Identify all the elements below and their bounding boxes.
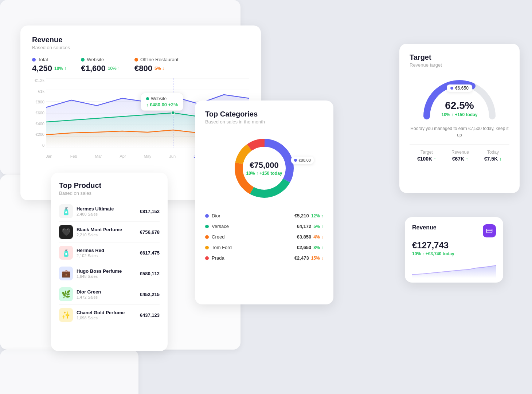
donut-center: €75,000 10% ↑ +150 today <box>246 161 282 176</box>
gauge-label-dot <box>450 87 453 90</box>
product-revenue-4: €452,215 <box>140 292 160 297</box>
versace-badge: 5% ↑ <box>313 224 323 229</box>
categories-subtitle: Based on sales in the month <box>205 119 323 125</box>
product-sales-0: 2,400 Sales <box>77 212 136 216</box>
x-jun: Jun <box>169 154 176 158</box>
offline-dot <box>134 58 138 62</box>
list-item: ✨ Chanel Gold Perfume 1,098 Sales €437,1… <box>59 305 160 325</box>
total-badge: 10% ↑ <box>54 66 66 71</box>
revenue-title: Revenue <box>32 36 249 44</box>
x-apr: Apr <box>120 154 126 158</box>
y-label-400: €400 <box>32 122 46 126</box>
prada-badge: 15% ↓ <box>311 256 323 261</box>
target-stat-label-1: Revenue <box>451 150 469 155</box>
dior-name: Dior <box>212 213 220 218</box>
website-dot <box>81 58 85 62</box>
product-sales-4: 1,472 Sales <box>77 295 136 299</box>
offline-label: Offline Restaurant <box>140 57 179 62</box>
list-item: 🧴 Hermes Ultimate 2,400 Sales €817,152 <box>59 201 160 222</box>
list-item: Versace €4,1725% ↑ <box>205 221 323 232</box>
product-name-1: Black Mont Perfume <box>77 227 136 232</box>
tomford-dot <box>205 246 209 249</box>
product-img-2: 🧴 <box>59 246 73 260</box>
creed-value: €3,850 <box>297 234 312 240</box>
product-img-3: 💼 <box>59 267 73 280</box>
prada-dot <box>205 256 209 260</box>
target-subtitle: Revenue target <box>410 62 509 68</box>
product-revenue-1: €756,678 <box>140 229 160 235</box>
list-item: Creed €3,8504% ↓ <box>205 232 323 242</box>
product-sales-5: 1,098 Sales <box>77 316 136 320</box>
list-item: 🌿 Dior Green 1,472 Sales €452,215 <box>59 284 160 305</box>
product-img-0: 🧴 <box>59 204 73 218</box>
target-stat-label-0: Target <box>417 150 436 155</box>
product-info-1: Black Mont Perfume 2,210 Sales <box>77 227 136 237</box>
revenue-small-card: Revenue €127,743 10% ↑ +€3,740 today <box>405 217 503 283</box>
product-img-4: 🌿 <box>59 287 73 301</box>
x-may: May <box>144 154 152 158</box>
dior-value: €5,210 <box>294 213 309 218</box>
donut-value: €75,000 <box>246 161 282 170</box>
gauge-pct: 62.5% <box>441 100 477 111</box>
versace-name: Versace <box>212 224 229 229</box>
product-info-4: Dior Green 1,472 Sales <box>77 289 136 299</box>
gauge-label-value: €6,650 <box>455 86 469 91</box>
tomford-name: Tom Ford <box>212 245 232 250</box>
gauge-center: 62.5% 10% ↑ +150 today <box>441 100 477 117</box>
target-stats: Target €100K ↑ Revenue €67K ↑ Today €7.5… <box>410 144 509 162</box>
gauge-wrapper: 62.5% 10% ↑ +150 today €6,650 <box>410 74 509 122</box>
offline-value: €800 <box>134 64 152 73</box>
target-stat-value-1: €67K ↑ <box>451 156 469 162</box>
target-stat-target: Target €100K ↑ <box>417 150 436 162</box>
y-axis: 0 €200 €400 €600 €800 €1k €1.2k <box>32 78 46 147</box>
product-info-0: Hermes Ultimate 2,400 Sales <box>77 206 136 216</box>
website-value: €1,600 <box>81 64 105 73</box>
product-img-1: 🖤 <box>59 225 73 239</box>
total-value: 4,250 <box>32 64 52 73</box>
y-label-12k: €1.2k <box>32 78 46 83</box>
list-item: Dior €5,21012% ↑ <box>205 210 323 221</box>
metric-offline: Offline Restaurant €800 5% ↓ <box>134 57 179 73</box>
product-list: 🧴 Hermes Ultimate 2,400 Sales €817,152 🖤… <box>59 201 160 325</box>
product-title: Top Product <box>59 181 160 190</box>
product-sales-1: 2,210 Sales <box>77 233 136 237</box>
revenue-metrics: Total 4,250 10% ↑ Website €1,600 10% ↑ O… <box>32 57 249 73</box>
list-item: Tom Ford €2,6538% ↑ <box>205 242 323 253</box>
x-feb: Feb <box>70 154 77 158</box>
svg-point-10 <box>171 111 175 115</box>
creed-badge: 4% ↓ <box>313 235 323 240</box>
y-label-200: €200 <box>32 132 46 137</box>
svg-marker-20 <box>412 265 496 278</box>
y-label-0: 0 <box>32 143 46 147</box>
product-name-4: Dior Green <box>77 289 136 295</box>
prada-value: €2,473 <box>294 255 309 261</box>
product-revenue-2: €617,475 <box>140 250 160 256</box>
product-info-2: Hermes Red 2,102 Sales <box>77 248 136 258</box>
product-sales-3: 1,848 Sales <box>77 274 136 279</box>
metric-website: Website €1,600 10% ↑ <box>81 57 120 73</box>
dior-dot <box>205 214 209 218</box>
versace-value: €4,172 <box>297 224 312 229</box>
donut-sub: 10% ↑ +150 today <box>246 171 282 176</box>
product-info-3: Hugo Boss Perfume 1,848 Sales <box>77 268 136 279</box>
creed-dot <box>205 235 209 239</box>
offline-badge: 5% ↓ <box>154 66 164 71</box>
metric-total: Total 4,250 10% ↑ <box>32 57 66 73</box>
small-card-title: Revenue <box>412 224 437 231</box>
chart-tooltip: Website ↑ €480.00 +2% <box>141 93 183 111</box>
x-mar: Mar <box>95 154 102 158</box>
total-label: Total <box>38 57 48 62</box>
product-revenue-3: €580,112 <box>140 271 160 276</box>
mini-chart <box>412 260 496 278</box>
x-jan: Jan <box>46 154 52 158</box>
product-name-2: Hermes Red <box>77 248 136 253</box>
tooltip-dot <box>146 97 149 100</box>
product-name-0: Hermes Ultimate <box>77 206 136 212</box>
product-revenue-0: €817,152 <box>140 209 160 214</box>
tomford-value: €2,653 <box>297 245 312 250</box>
category-list: Dior €5,21012% ↑ Versace €4,1725% ↑ Cree… <box>205 210 323 263</box>
y-label-800: €800 <box>32 100 46 104</box>
small-card-sub: 10% ↑ +€3,740 today <box>412 251 496 256</box>
donut-wrapper: €75,000 10% ↑ +150 today €80.00 <box>205 132 323 205</box>
small-card-header: Revenue <box>412 224 496 237</box>
